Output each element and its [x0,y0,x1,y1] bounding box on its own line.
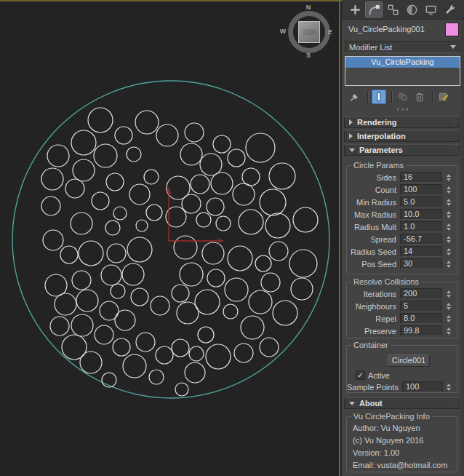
packed-circle-shape[interactable] [156,124,178,146]
spinner-down-icon[interactable] [447,388,451,391]
param-value-field[interactable]: 30 [400,258,442,269]
packed-circle-shape[interactable] [180,143,202,165]
packed-circle-shape[interactable] [269,242,288,261]
spinner-control[interactable] [444,313,453,324]
packed-circle-shape[interactable] [149,370,164,384]
object-color-swatch[interactable] [445,23,459,36]
spinner-control[interactable] [444,301,453,312]
packed-circle-shape[interactable] [196,213,211,227]
packed-circle-shape[interactable] [136,333,155,352]
packed-circle-shape[interactable] [88,108,113,132]
spinner-control[interactable] [444,288,453,299]
packed-circle-shape[interactable] [135,111,159,134]
spinner-up-icon[interactable] [447,223,451,226]
spinner-control[interactable] [444,246,453,257]
spinner-up-icon[interactable] [447,199,451,202]
param-value-field[interactable]: 16 [400,172,442,183]
packed-circle-shape[interactable] [144,170,159,184]
tab-hierarchy[interactable] [384,1,401,17]
spinner-up-icon[interactable] [447,174,451,177]
packed-circle-shape[interactable] [43,230,63,250]
packed-circle-shape[interactable] [213,135,231,153]
packed-circle-shape[interactable] [146,205,162,221]
stack-tool-remove-modifier[interactable] [412,90,427,104]
spinner-up-icon[interactable] [447,248,451,251]
viewcube[interactable]: N S W E [280,4,338,62]
packed-circle-shape[interactable] [62,335,87,360]
packed-circle-shape[interactable] [206,344,231,369]
param-value-field[interactable]: 5.0 [400,197,442,207]
spinner-down-icon[interactable] [447,203,451,206]
spinner-control[interactable] [444,258,453,269]
param-value-field[interactable]: 200 [400,288,442,299]
packed-circle-shape[interactable] [273,301,297,325]
packed-circle-shape[interactable] [261,273,280,292]
param-value-field[interactable]: 100 [400,184,442,195]
tab-utilities[interactable] [441,1,458,17]
stack-tool-configure-modifier-sets[interactable] [436,90,451,104]
spinner-control[interactable] [444,209,453,220]
packed-circle-shape[interactable] [172,285,189,302]
active-checkbox[interactable]: ✓ [356,370,365,380]
packed-circle-shape[interactable] [92,192,109,210]
packed-circle-shape[interactable] [113,207,127,220]
spinner-down-icon[interactable] [447,332,451,335]
packed-circle-shape[interactable] [207,269,225,287]
spinner-up-icon[interactable] [447,328,451,330]
packed-circle-shape[interactable] [216,216,231,231]
rollout-interpolation[interactable]: Interpolation ∷ [344,130,460,142]
packed-circle-shape[interactable] [255,255,271,271]
tab-motion[interactable] [403,1,420,17]
packed-circle-shape[interactable] [228,246,252,271]
packed-circle-shape[interactable] [246,133,275,162]
spinner-up-icon[interactable] [447,236,451,239]
packed-circle-shape[interactable] [189,346,204,361]
spinner-control[interactable] [444,221,453,232]
spinner-control[interactable] [444,172,453,183]
packed-circle-shape[interactable] [127,237,152,262]
spinner-down-icon[interactable] [447,228,451,231]
tab-create[interactable] [346,1,364,17]
packed-circle-shape[interactable] [175,383,188,396]
packed-circle-shape[interactable] [241,316,264,339]
packed-circle-shape[interactable] [79,241,103,266]
rollout-rendering[interactable]: Rendering ∷ [344,116,460,128]
packed-circle-shape[interactable] [151,296,169,315]
rollout-parameters[interactable]: Parameters ∷ [344,144,460,156]
packed-circle-shape[interactable] [122,263,144,285]
panel-scroll-gutter[interactable] [461,0,464,476]
packed-circle-shape[interactable] [228,149,245,167]
packed-circle-shape[interactable] [41,197,60,215]
packed-circle-shape[interactable] [129,184,150,205]
param-value-field[interactable]: -56.7 [400,234,442,245]
packed-circle-shape[interactable] [136,220,148,231]
packed-circle-shape[interactable] [71,314,93,336]
packed-circle-shape[interactable] [185,362,205,383]
spinner-control[interactable] [444,234,453,245]
param-value-field[interactable]: 14 [400,246,442,257]
packed-circle-shape[interactable] [249,290,272,314]
packed-circle-shape[interactable] [41,168,63,190]
packed-circle-shape[interactable] [71,130,96,155]
spinner-up-icon[interactable] [447,384,451,386]
spinner-up-icon[interactable] [447,261,451,263]
spinner-control[interactable] [444,184,453,195]
viewcube-east-label[interactable]: E [326,28,335,36]
packed-circle-shape[interactable] [101,265,121,285]
packed-circle-shape[interactable] [65,179,84,198]
container-pick-button[interactable]: Circle001 [388,354,430,367]
packed-circle-shape[interactable] [260,338,279,357]
spinner-up-icon[interactable] [447,315,451,318]
packed-circle-shape[interactable] [198,327,214,343]
packed-circle-shape[interactable] [174,236,197,259]
viewcube-west-label[interactable]: W [279,28,287,35]
packed-circle-shape[interactable] [95,325,113,344]
packed-circle-shape[interactable] [180,263,203,286]
packed-circle-shape[interactable] [71,213,92,234]
packed-circle-shape[interactable] [156,346,173,364]
packed-circle-shape[interactable] [123,354,146,378]
spinner-up-icon[interactable] [447,290,451,293]
packed-circle-shape[interactable] [293,207,318,232]
packed-circle-shape[interactable] [47,145,69,167]
viewcube-top-face[interactable] [298,21,320,43]
